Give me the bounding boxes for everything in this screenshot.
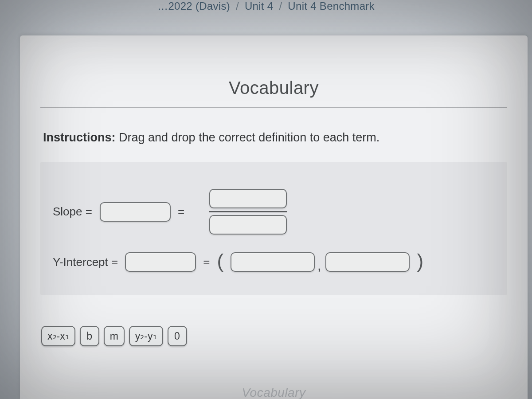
answer-tile-tray: x₂-x₁ b m y₂-y₁ 0: [40, 326, 507, 346]
tile-zero[interactable]: 0: [168, 326, 187, 346]
equals-sign: =: [203, 255, 210, 269]
tile-x2-minus-x1[interactable]: x₂-x₁: [41, 326, 75, 346]
breadcrumb-separator: /: [279, 0, 282, 12]
breadcrumb-seg-page[interactable]: Unit 4 Benchmark: [288, 0, 375, 12]
breadcrumb-separator: /: [236, 0, 239, 12]
fraction-slope: [209, 189, 287, 235]
term-label-slope: Slope =: [53, 205, 93, 219]
instructions-body: Drag and drop the correct definition to …: [116, 131, 380, 144]
exercise-panel: Slope = = Y-Intercept = = ( , ): [40, 162, 507, 295]
paren-close: ): [417, 251, 423, 271]
next-section-hint: Vocabulary: [20, 386, 528, 399]
drop-slot-slope-numerator[interactable]: [209, 189, 287, 208]
equals-sign: =: [178, 205, 184, 219]
instructions-text: Instructions: Drag and drop the correct …: [43, 131, 507, 145]
breadcrumb-seg-course[interactable]: …2022 (Davis): [157, 0, 230, 12]
coord-comma: ,: [317, 258, 321, 273]
fraction-bar: [209, 211, 287, 212]
drop-slot-slope-variable[interactable]: [100, 202, 171, 222]
drop-slot-slope-denominator[interactable]: [209, 215, 287, 235]
breadcrumb: …2022 (Davis) / Unit 4 / Unit 4 Benchmar…: [0, 0, 532, 12]
tile-y2-minus-y1[interactable]: y₂-y₁: [129, 326, 163, 346]
page-title: Vocabulary: [40, 78, 507, 98]
title-divider: [40, 107, 507, 108]
breadcrumb-seg-unit[interactable]: Unit 4: [245, 0, 274, 12]
drop-slot-yint-variable[interactable]: [125, 252, 196, 272]
tile-b[interactable]: b: [80, 326, 99, 346]
row-y-intercept: Y-Intercept = = ( , ): [53, 252, 495, 272]
term-label-y-intercept: Y-Intercept =: [53, 255, 118, 269]
row-slope: Slope = =: [53, 189, 495, 235]
worksheet-card: Vocabulary Instructions: Drag and drop t…: [20, 35, 528, 399]
drop-slot-yint-x[interactable]: [231, 252, 315, 272]
instructions-lead: Instructions:: [43, 131, 116, 144]
tile-m[interactable]: m: [104, 326, 125, 346]
paren-open: (: [217, 251, 223, 271]
drop-slot-yint-y[interactable]: [325, 252, 410, 272]
